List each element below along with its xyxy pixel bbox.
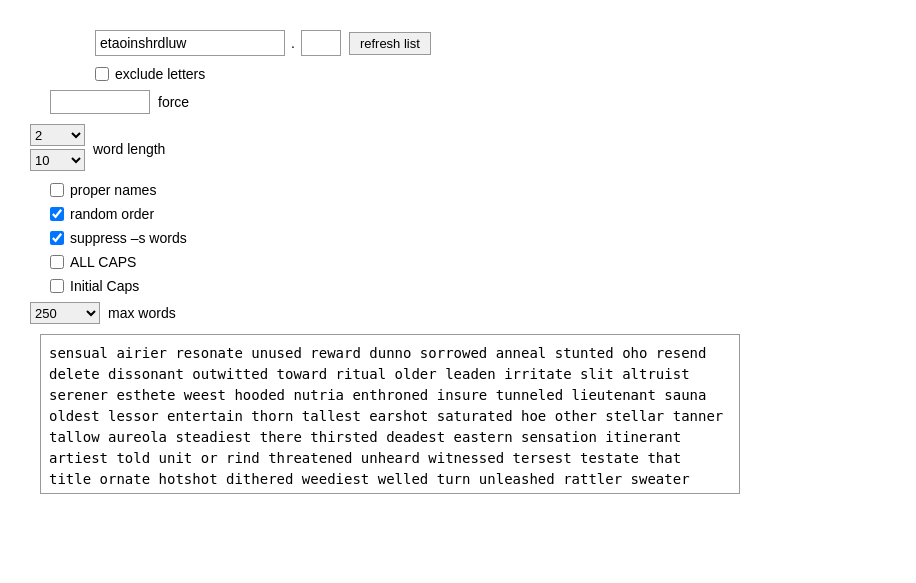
random-order-row: random order — [50, 206, 886, 222]
all-caps-label: ALL CAPS — [70, 254, 136, 270]
exclude-letters-label: exclude letters — [115, 66, 205, 82]
word-length-label: word length — [93, 141, 165, 157]
word-length-selects: 2 3 4 5 6 7 8 9 10 10 11 12 13 14 15 — [30, 124, 85, 174]
word-length-min-select[interactable]: 2 3 4 5 6 7 8 9 10 — [30, 124, 85, 146]
initial-caps-row: Initial Caps — [50, 278, 886, 294]
random-order-checkbox[interactable] — [50, 207, 64, 221]
options-section: proper names random order suppress –s wo… — [50, 182, 886, 294]
force-input[interactable] — [50, 90, 150, 114]
all-caps-checkbox[interactable] — [50, 255, 64, 269]
random-order-label: random order — [70, 206, 154, 222]
dot-separator: . — [291, 35, 295, 51]
initial-caps-label: Initial Caps — [70, 278, 139, 294]
initial-caps-checkbox[interactable] — [50, 279, 64, 293]
suppress-s-checkbox[interactable] — [50, 231, 64, 245]
max-words-row: 250 500 1000 2000 max words — [30, 302, 886, 324]
proper-names-checkbox[interactable] — [50, 183, 64, 197]
proper-names-row: proper names — [50, 182, 886, 198]
exclude-letters-checkbox[interactable] — [95, 67, 109, 81]
all-caps-row: ALL CAPS — [50, 254, 886, 270]
refresh-button[interactable]: refresh list — [349, 32, 431, 55]
word-length-row: 2 3 4 5 6 7 8 9 10 10 11 12 13 14 15 wor… — [30, 124, 886, 174]
proper-names-label: proper names — [70, 182, 156, 198]
main-container: . refresh list exclude letters force 2 3… — [20, 20, 896, 507]
letters-row: . refresh list — [95, 30, 886, 56]
letters-input[interactable] — [95, 30, 285, 56]
max-words-select[interactable]: 250 500 1000 2000 — [30, 302, 100, 324]
small-input[interactable] — [301, 30, 341, 56]
suppress-s-row: suppress –s words — [50, 230, 886, 246]
suppress-s-label: suppress –s words — [70, 230, 187, 246]
force-row: force — [50, 90, 886, 114]
exclude-letters-row: exclude letters — [95, 66, 886, 82]
word-output[interactable]: sensual airier resonate unused reward du… — [40, 334, 740, 494]
word-length-max-select[interactable]: 10 11 12 13 14 15 — [30, 149, 85, 171]
force-label: force — [158, 94, 189, 110]
word-output-container: sensual airier resonate unused reward du… — [40, 334, 886, 497]
max-words-label: max words — [108, 305, 176, 321]
